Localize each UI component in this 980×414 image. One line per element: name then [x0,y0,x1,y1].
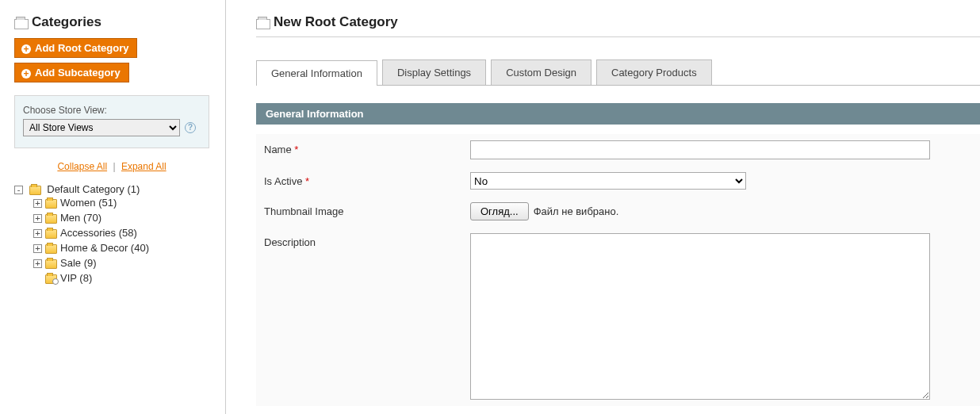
tree-root-label: Default Category (1) [47,183,140,195]
collapse-all-link[interactable]: Collapse All [57,161,107,172]
required-marker: * [294,144,298,155]
tree-item-label: Men (70) [60,212,101,224]
divider [256,36,980,37]
leaf-spacer [33,273,42,282]
field-name: Name * [256,134,980,166]
tab-category-products[interactable]: Category Products [596,59,712,85]
category-icon [256,17,269,28]
folder-icon [45,259,57,269]
folder-icon [29,186,41,195]
tree-item[interactable]: +Home & Decor (40) [33,240,225,255]
separator: | [113,161,115,172]
tree-item-label: Home & Decor (40) [60,242,149,254]
help-icon[interactable]: ? [185,122,196,133]
tree-item-label: Accessories (58) [60,227,137,239]
field-label-thumbnail: Thumbnail Image [264,202,470,220]
browse-button[interactable]: Огляд... [470,202,529,220]
expand-icon[interactable]: + [33,229,42,238]
category-icon [14,17,27,28]
plus-icon: + [21,44,31,54]
field-description: Description [256,227,980,406]
plus-icon: + [21,69,31,79]
folder-icon [45,214,57,224]
tab-custom-design[interactable]: Custom Design [491,59,591,85]
tree-item-label: Women (51) [60,197,117,209]
field-label-description: Description [264,233,470,400]
tree-item-label: Sale (9) [60,257,97,269]
tree-item[interactable]: +Women (51) [33,195,225,210]
tabs: General Information Display Settings Cus… [256,59,980,86]
add-subcategory-button[interactable]: +Add Subcategory [14,63,129,82]
folder-icon [45,244,57,254]
field-is-active: Is Active * No [256,166,980,196]
category-tree: - Default Category (1) +Women (51) +Men … [14,182,225,287]
store-view-label: Choose Store View: [23,105,107,116]
expand-all-link[interactable]: Expand All [121,161,167,172]
main-panel: New Root Category General Information Di… [226,0,980,414]
add-root-label: Add Root Category [35,42,128,54]
sidebar-header: Categories [14,14,225,30]
tree-item[interactable]: VIP (8) [33,270,225,286]
tab-general-information[interactable]: General Information [256,60,377,86]
store-view-select[interactable]: All Store Views [23,119,180,136]
general-information-section: General Information Name * Is Active * N… [256,103,980,406]
file-status: Файл не вибрано. [534,205,619,217]
folder-icon [45,199,57,209]
tree-item[interactable]: +Men (70) [33,210,225,225]
description-textarea[interactable] [470,233,930,400]
required-marker: * [305,175,309,187]
expand-icon[interactable]: + [33,244,42,253]
tab-display-settings[interactable]: Display Settings [382,59,486,85]
expand-icon[interactable]: + [33,214,42,223]
sidebar-title: Categories [32,14,101,30]
field-thumbnail: Thumbnail Image Огляд... Файл не вибрано… [256,196,980,227]
is-active-select[interactable]: No [470,172,746,190]
tree-item-label: VIP (8) [60,272,92,284]
add-sub-label: Add Subcategory [35,67,121,79]
store-view-panel: Choose Store View: All Store Views ? [14,95,209,148]
form-area: Name * Is Active * No Thumbnail Image Ог… [256,134,980,406]
folder-icon [45,229,57,239]
sidebar: Categories +Add Root Category +Add Subca… [0,0,226,414]
add-root-category-button[interactable]: +Add Root Category [14,38,137,58]
tree-root[interactable]: - Default Category (1) +Women (51) +Men … [14,182,225,287]
expand-icon[interactable]: + [33,199,42,208]
folder-icon [45,274,57,284]
tree-item[interactable]: +Sale (9) [33,255,225,270]
field-label-name: Name * [264,140,470,159]
field-label-is-active: Is Active * [264,172,470,190]
name-input[interactable] [470,140,930,159]
main-header: New Root Category [256,14,980,30]
section-heading: General Information [256,103,980,125]
expand-icon[interactable]: + [33,259,42,268]
collapse-icon[interactable]: - [14,186,23,194]
expand-collapse-row: Collapse All | Expand All [14,161,209,172]
tree-item[interactable]: +Accessories (58) [33,225,225,240]
page-title: New Root Category [274,14,398,30]
